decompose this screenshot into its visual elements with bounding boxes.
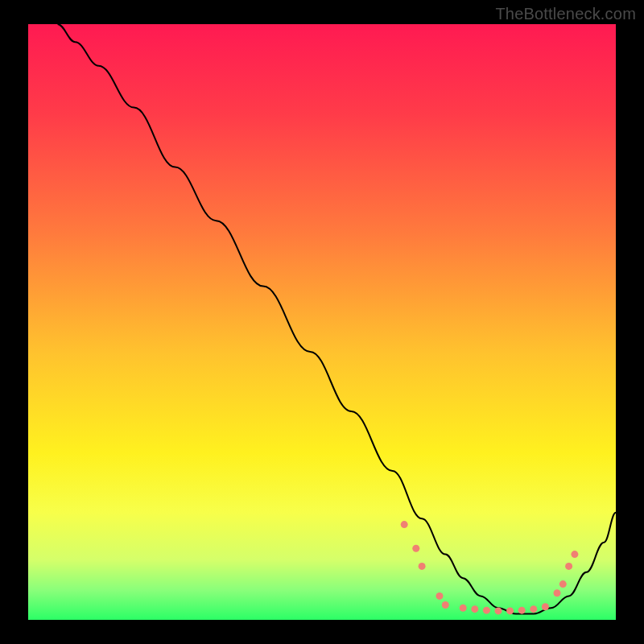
band-dot xyxy=(471,605,478,613)
band-dot xyxy=(419,563,426,570)
band-dot xyxy=(559,580,567,588)
band-dot xyxy=(442,601,449,609)
band-dot xyxy=(542,603,549,610)
band-dot xyxy=(495,607,502,614)
band-dot xyxy=(571,551,578,558)
watermark-label: TheBottleneck.com xyxy=(495,5,636,23)
band-dot xyxy=(565,563,572,570)
band-dot xyxy=(530,605,537,613)
band-dot xyxy=(412,545,419,552)
plot-area xyxy=(28,24,616,620)
gradient-background xyxy=(28,24,616,620)
band-dot xyxy=(460,605,467,612)
band-dot xyxy=(401,521,408,528)
band-dot xyxy=(506,607,514,614)
band-dot xyxy=(554,589,561,597)
band-dot xyxy=(483,607,490,614)
band-dot xyxy=(518,607,526,614)
band-dot xyxy=(436,592,444,600)
chart-svg xyxy=(28,24,616,620)
chart-container: TheBottleneck.com xyxy=(0,0,644,644)
